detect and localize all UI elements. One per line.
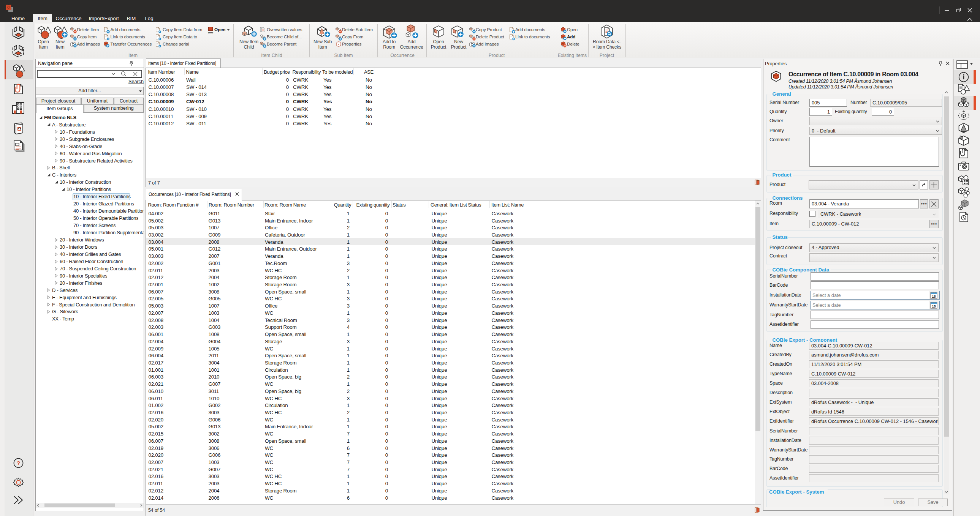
- svg-text:?: ?: [17, 460, 20, 466]
- svg-text:15: 15: [932, 304, 935, 308]
- svg-text:15: 15: [932, 294, 935, 298]
